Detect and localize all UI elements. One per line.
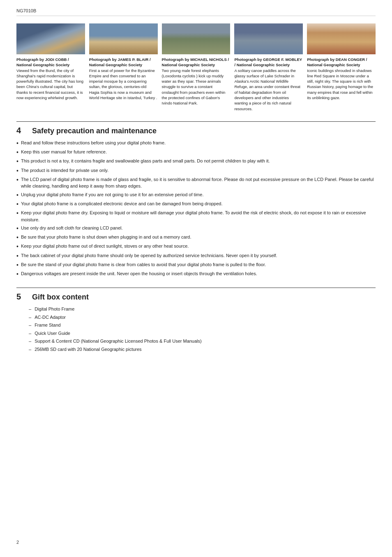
safety-bullet-12: The back cabinet of your digital photo f… xyxy=(16,252,376,260)
safety-bullet-5: The LCD panel of digital photo frame is … xyxy=(16,176,376,190)
safety-bullet-4: The product is intended for private use … xyxy=(16,167,376,174)
safety-bullet-10: Be sure that your photo frame is shut do… xyxy=(16,234,376,241)
gift-item-list: Digital Photo FrameAC-DC AdaptorFrame St… xyxy=(16,306,376,353)
gift-item-5: Support & Content CD (National Geographi… xyxy=(29,338,376,345)
page-number: 2 xyxy=(16,540,19,545)
safety-bullet-11: Keep your digital photo frame out of dir… xyxy=(16,243,376,250)
photo-item-1: Photograph by JODI COBB / National Geogr… xyxy=(16,23,85,111)
safety-bullet-list: Read and follow these instructions befor… xyxy=(16,139,376,278)
safety-bullet-9: Use only dry and soft cloth for cleaning… xyxy=(16,225,376,232)
photo-item-3: Photograph by MICHAEL NICHOLS / National… xyxy=(162,23,231,111)
photo-caption-3: Photograph by MICHAEL NICHOLS / National… xyxy=(162,57,231,106)
safety-bullet-13: Be sure the stand of your digital photo … xyxy=(16,261,376,269)
photo-image-4 xyxy=(234,23,303,54)
photo-image-5 xyxy=(307,23,376,54)
gift-item-1: Digital Photo Frame xyxy=(29,306,376,313)
section4-number: 4 xyxy=(16,126,26,135)
safety-bullet-8: Keep your digital photo frame dry. Expos… xyxy=(16,209,376,223)
gift-item-6: 256MB SD card with 20 National Geographi… xyxy=(29,346,376,353)
photo-image-3 xyxy=(162,23,231,54)
safety-bullet-2: Keep this user manual for future referen… xyxy=(16,149,376,156)
safety-bullet-1: Read and follow these instructions befor… xyxy=(16,139,376,147)
section-safety: 4 Safety precaution and maintenance Read… xyxy=(16,121,376,278)
photo-item-4: Photograph by GEORGE F. MOBLEY / Nationa… xyxy=(234,23,303,111)
gift-item-2: AC-DC Adaptor xyxy=(29,314,376,321)
safety-bullet-6: Unplug your digital photo frame if you a… xyxy=(16,191,376,199)
section4-title: Safety precaution and maintenance xyxy=(32,127,157,135)
safety-bullet-3: This product is not a toy, it contains f… xyxy=(16,158,376,165)
photo-item-2: Photograph by JAMES P. BLAIR / National … xyxy=(89,23,158,111)
page-id: NG7010B xyxy=(16,8,376,16)
gift-item-3: Frame Stand xyxy=(29,322,376,329)
section5-number: 5 xyxy=(16,292,26,302)
safety-bullet-14: Dangerous voltages are present inside th… xyxy=(16,270,376,278)
photo-item-5: Photograph by DEAN CONGER / National Geo… xyxy=(307,23,376,111)
section5-title: Gift box content xyxy=(32,293,89,302)
safety-bullet-7: Your digital photo frame is a complicate… xyxy=(16,200,376,208)
photo-caption-4: Photograph by GEORGE F. MOBLEY / Nationa… xyxy=(234,57,303,111)
section-gift: 5 Gift box content Digital Photo FrameAC… xyxy=(16,288,376,353)
photo-caption-1: Photograph by JODI COBB / National Geogr… xyxy=(16,57,85,100)
photo-grid: Photograph by JODI COBB / National Geogr… xyxy=(16,23,376,111)
photo-caption-5: Photograph by DEAN CONGER / National Geo… xyxy=(307,57,376,100)
gift-item-4: Quick User Guide xyxy=(29,330,376,337)
photo-caption-2: Photograph by JAMES P. BLAIR / National … xyxy=(89,57,158,100)
photo-image-1 xyxy=(16,23,85,54)
photo-image-2 xyxy=(89,23,158,54)
